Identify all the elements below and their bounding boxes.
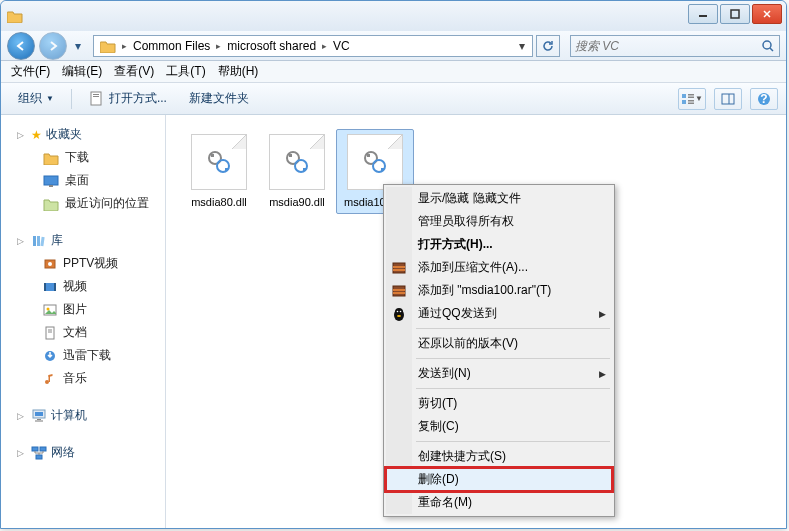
- menu-bar: 文件(F) 编辑(E) 查看(V) 工具(T) 帮助(H): [1, 61, 786, 83]
- ctx-delete[interactable]: 删除(D): [386, 468, 612, 491]
- picture-icon: [43, 303, 57, 317]
- computer-icon: [31, 409, 47, 423]
- svg-rect-42: [40, 447, 46, 451]
- search-icon[interactable]: [761, 39, 775, 53]
- sidebar-item-pictures[interactable]: 图片: [1, 298, 165, 321]
- breadcrumb-item[interactable]: microsoft shared: [223, 36, 320, 56]
- ctx-open-with[interactable]: 打开方式(H)...: [386, 233, 612, 256]
- search-input[interactable]: [575, 39, 761, 53]
- chevron-right-icon[interactable]: ▸: [214, 41, 223, 51]
- tree-expand-icon: ▷: [17, 236, 27, 246]
- svg-rect-39: [37, 419, 41, 420]
- sidebar-item-documents[interactable]: 文档: [1, 321, 165, 344]
- forward-button[interactable]: [39, 32, 67, 60]
- svg-rect-47: [225, 168, 228, 171]
- navigation-pane: ▷★收藏夹 下载 桌面 最近访问的位置 ▷库 PPTV视频 视频 图片 文档 迅…: [1, 115, 166, 528]
- address-bar[interactable]: ▸ Common Files ▸ microsoft shared ▸ VC ▾: [93, 35, 533, 57]
- titlebar[interactable]: [1, 1, 786, 31]
- menu-edit[interactable]: 编辑(E): [56, 60, 108, 83]
- svg-rect-61: [393, 292, 405, 294]
- svg-point-66: [397, 315, 401, 317]
- svg-point-63: [395, 308, 403, 316]
- svg-point-30: [47, 307, 50, 310]
- new-folder-button[interactable]: 新建文件夹: [180, 85, 258, 112]
- separator: [416, 441, 610, 442]
- menu-file[interactable]: 文件(F): [5, 60, 56, 83]
- sidebar-item-videos[interactable]: 视频: [1, 275, 165, 298]
- ctx-add-to-archive[interactable]: 添加到压缩文件(A)...: [386, 256, 612, 279]
- svg-rect-14: [688, 102, 694, 104]
- chevron-right-icon[interactable]: ▸: [120, 41, 129, 51]
- back-button[interactable]: [7, 32, 35, 60]
- organize-button[interactable]: 组织 ▼: [9, 85, 63, 112]
- ctx-add-to-rar[interactable]: 添加到 "msdia100.rar"(T): [386, 279, 612, 302]
- ctx-rename[interactable]: 重命名(M): [386, 491, 612, 514]
- svg-rect-22: [37, 236, 40, 246]
- sidebar-item-thunder[interactable]: 迅雷下载: [1, 344, 165, 367]
- svg-rect-57: [393, 266, 405, 268]
- close-button[interactable]: [752, 4, 782, 24]
- svg-rect-50: [289, 154, 292, 157]
- chevron-right-icon[interactable]: ▸: [320, 41, 329, 51]
- sidebar-item-downloads[interactable]: 下载: [1, 146, 165, 169]
- ctx-create-shortcut[interactable]: 创建快捷方式(S): [386, 445, 612, 468]
- library-icon: [31, 234, 47, 248]
- ctx-restore-versions[interactable]: 还原以前的版本(V): [386, 332, 612, 355]
- sidebar-item-pptv[interactable]: PPTV视频: [1, 252, 165, 275]
- svg-rect-31: [46, 327, 54, 339]
- svg-rect-54: [367, 154, 370, 157]
- ctx-send-to[interactable]: 发送到(N)▶: [386, 362, 612, 385]
- address-dropdown-icon[interactable]: ▾: [514, 39, 530, 53]
- sidebar-network[interactable]: ▷网络: [1, 441, 165, 464]
- svg-rect-21: [33, 236, 36, 246]
- svg-rect-1: [731, 10, 739, 18]
- nav-history-dropdown[interactable]: ▾: [71, 37, 85, 55]
- svg-point-25: [48, 262, 52, 266]
- menu-help[interactable]: 帮助(H): [212, 60, 265, 83]
- video-icon: [43, 257, 57, 271]
- breadcrumb-item[interactable]: Common Files: [129, 36, 214, 56]
- refresh-button[interactable]: [536, 35, 560, 57]
- svg-rect-13: [688, 100, 694, 102]
- breadcrumb-root-icon[interactable]: [96, 36, 120, 56]
- sidebar-item-music[interactable]: 音乐: [1, 367, 165, 390]
- submenu-arrow-icon: ▶: [599, 309, 606, 319]
- breadcrumb-item[interactable]: VC: [329, 36, 354, 56]
- open-with-icon: [89, 91, 105, 107]
- svg-point-4: [763, 41, 771, 49]
- sidebar-computer[interactable]: ▷计算机: [1, 404, 165, 427]
- tree-expand-icon: ▷: [17, 411, 27, 421]
- svg-rect-11: [688, 96, 694, 98]
- svg-rect-46: [211, 154, 214, 157]
- help-button[interactable]: ?: [750, 88, 778, 110]
- svg-rect-28: [54, 283, 56, 291]
- svg-rect-10: [688, 94, 694, 96]
- file-item[interactable]: msdia80.dll: [180, 129, 258, 214]
- svg-rect-23: [40, 236, 44, 245]
- svg-rect-9: [682, 94, 686, 98]
- ctx-qq-send[interactable]: 通过QQ发送到 ▶: [386, 302, 612, 325]
- svg-rect-15: [722, 94, 734, 104]
- ctx-take-ownership[interactable]: 管理员取得所有权: [386, 210, 612, 233]
- tree-expand-icon: ▷: [17, 448, 27, 458]
- svg-rect-38: [35, 412, 43, 416]
- sidebar-item-desktop[interactable]: 桌面: [1, 169, 165, 192]
- sidebar-libraries[interactable]: ▷库: [1, 229, 165, 252]
- menu-view[interactable]: 查看(V): [108, 60, 160, 83]
- maximize-button[interactable]: [720, 4, 750, 24]
- qq-icon: [391, 306, 407, 322]
- separator: [416, 358, 610, 359]
- sidebar-favorites[interactable]: ▷★收藏夹: [1, 123, 165, 146]
- open-with-button[interactable]: 打开方式...: [80, 85, 176, 112]
- ctx-toggle-hidden[interactable]: 显示/隐藏 隐藏文件: [386, 187, 612, 210]
- search-box[interactable]: [570, 35, 780, 57]
- ctx-cut[interactable]: 剪切(T): [386, 392, 612, 415]
- sidebar-item-recent[interactable]: 最近访问的位置: [1, 192, 165, 215]
- minimize-button[interactable]: [688, 4, 718, 24]
- ctx-copy[interactable]: 复制(C): [386, 415, 612, 438]
- file-item[interactable]: msdia90.dll: [258, 129, 336, 214]
- menu-tools[interactable]: 工具(T): [160, 60, 211, 83]
- preview-pane-button[interactable]: [714, 88, 742, 110]
- view-options-button[interactable]: ▼: [678, 88, 706, 110]
- svg-rect-55: [381, 168, 384, 171]
